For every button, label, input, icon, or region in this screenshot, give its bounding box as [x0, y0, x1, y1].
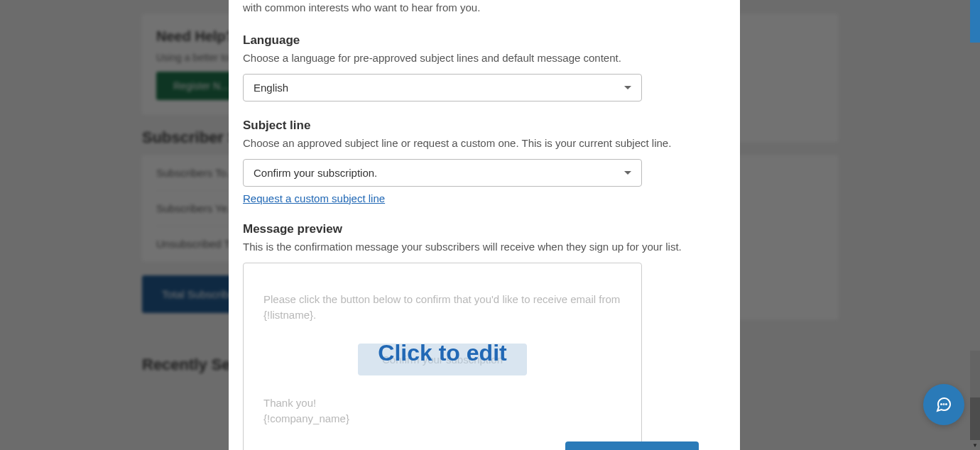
chat-icon — [935, 396, 952, 413]
preview-confirm-button: Confirm your subscription — [358, 344, 527, 375]
subject-select[interactable]: Confirm your subscription. — [243, 159, 642, 187]
chevron-down-icon — [624, 86, 631, 89]
subject-desc: Choose an approved subject line or reque… — [243, 136, 712, 150]
preview-group: Message preview This is the confirmation… — [243, 222, 712, 451]
right-edge-tab[interactable] — [970, 0, 980, 43]
language-desc: Choose a language for pre-approved subje… — [243, 50, 712, 65]
preview-company: {!company_name} — [263, 411, 621, 427]
preview-desc: This is the confirmation message your su… — [243, 239, 712, 254]
preview-footer: Thank you! {!company_name} — [263, 395, 621, 427]
svg-point-2 — [946, 404, 947, 405]
modal-save-button[interactable] — [565, 441, 699, 450]
chat-button[interactable] — [923, 384, 964, 425]
preview-body: Please click the button below to confirm… — [263, 292, 621, 324]
subject-value: Confirm your subscription. — [254, 167, 377, 179]
chevron-down-icon — [624, 171, 631, 175]
subject-label: Subject line — [243, 119, 712, 133]
settings-modal: with common interests who want to hear f… — [229, 0, 740, 450]
svg-point-1 — [944, 404, 944, 405]
preview-label: Message preview — [243, 222, 712, 236]
svg-point-0 — [941, 404, 942, 405]
subject-group: Subject line Choose an approved subject … — [243, 119, 712, 205]
preview-thankyou: Thank you! — [263, 395, 621, 412]
intro-text: with common interests who want to hear f… — [243, 0, 712, 16]
language-label: Language — [243, 33, 712, 48]
custom-subject-link[interactable]: Request a custom subject line — [243, 192, 385, 204]
language-group: Language Choose a language for pre-appro… — [243, 33, 712, 101]
language-value: English — [254, 82, 288, 94]
language-select[interactable]: English — [243, 74, 642, 101]
message-preview-box[interactable]: Please click the button below to confirm… — [243, 263, 642, 451]
